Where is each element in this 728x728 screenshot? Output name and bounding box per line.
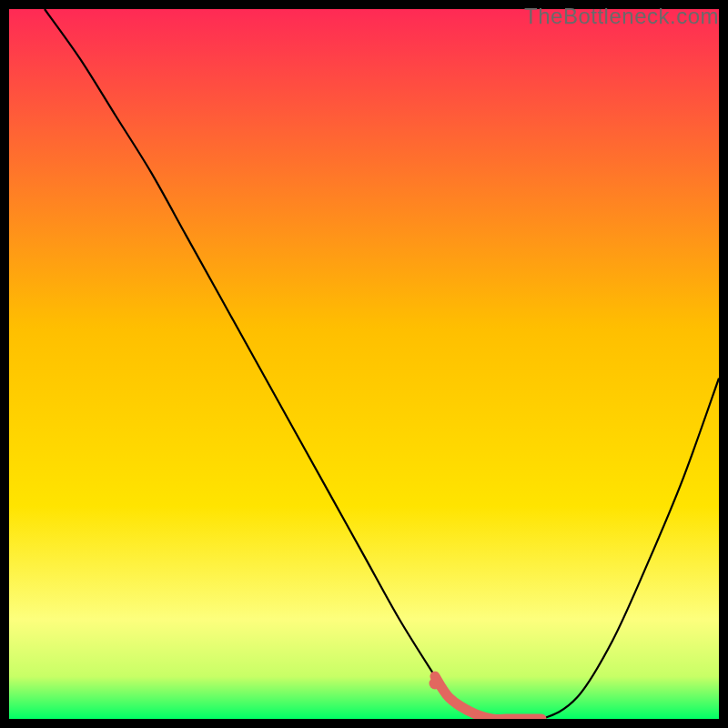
plot-area: [9, 9, 719, 719]
svg-point-1: [430, 678, 441, 690]
optimal-range-highlight: [9, 9, 719, 719]
chart-frame: TheBottleneck.com: [0, 0, 728, 728]
watermark-text: TheBottleneck.com: [524, 4, 719, 29]
